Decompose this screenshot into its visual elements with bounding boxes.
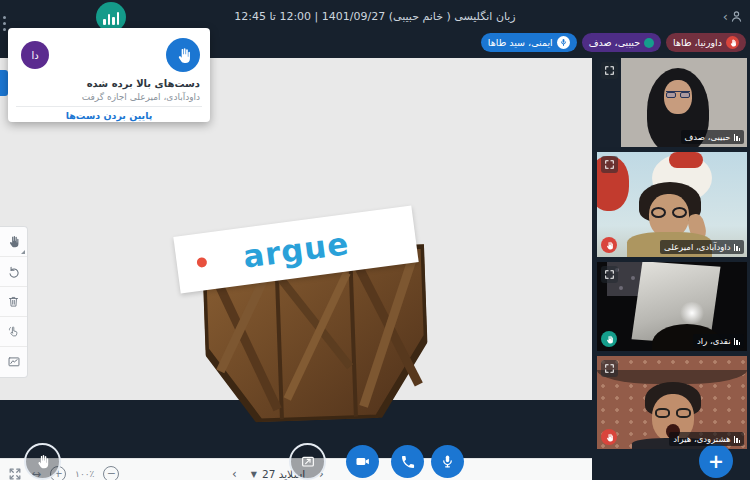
raised-hand-icon <box>726 36 739 49</box>
zoom-level: ۱۰۰٪ <box>75 469 94 479</box>
person-icon <box>729 9 744 24</box>
phone-icon <box>400 454 416 470</box>
camera-button[interactable] <box>346 445 379 478</box>
add-button[interactable]: + <box>699 444 733 478</box>
connection-signal-icon <box>734 338 741 345</box>
chip-label: ایمنی، سید طاها <box>488 37 553 48</box>
microphone-icon <box>557 36 570 49</box>
zoom-out-button[interactable]: − <box>103 466 119 480</box>
raised-hand-icon <box>166 38 200 72</box>
chart-annotation-tool[interactable] <box>0 347 27 377</box>
fullscreen-icon[interactable] <box>8 467 22 480</box>
raised-hand-badge-icon <box>601 429 617 445</box>
expand-icon[interactable] <box>601 156 618 173</box>
participant-name-tag: حبیبی، صدف <box>681 130 744 144</box>
participants-toggle-button[interactable]: ‹ <box>723 9 744 24</box>
chevron-down-icon: ▼ <box>251 470 257 479</box>
chip-label: حبیبی، صدف <box>589 37 640 48</box>
raise-hand-button[interactable] <box>24 443 61 480</box>
connection-signal-icon <box>734 134 741 141</box>
undo-tool[interactable] <box>0 257 27 287</box>
meeting-title: زبان انگلیسی ( خانم حبیبی) 1401/09/27 | … <box>0 10 750 23</box>
tool-flyout-indicator <box>21 250 25 254</box>
participant-name-tag: نقدی، راد <box>693 334 744 348</box>
chevron-left-icon: ‹ <box>723 10 728 23</box>
presence-dot-icon <box>644 38 654 48</box>
raised-hands-notification: دا دست‌های بالا برده شده داودآبادی، امیر… <box>8 28 210 122</box>
chip-label: داورنیا، طاها <box>673 37 722 48</box>
pan-hand-tool[interactable] <box>0 227 27 257</box>
divider <box>16 106 202 107</box>
pointer-tool[interactable] <box>0 317 27 347</box>
panel-handle[interactable] <box>0 70 8 96</box>
video-tile-teacher[interactable]: حبیبی، صدف <box>597 58 747 147</box>
hand-icon <box>35 454 50 469</box>
notification-title: دست‌های بالا برده شده <box>18 78 200 89</box>
avatar: دا <box>21 41 49 69</box>
participant-name-tag: هشترودی، هیراد <box>669 432 744 446</box>
red-dot-marker <box>196 256 207 267</box>
virtual-classroom-app: زبان انگلیسی ( خانم حبیبی) 1401/09/27 | … <box>0 0 750 480</box>
notification-message: داودآبادی، امیرعلی اجازه گرفت <box>18 92 200 102</box>
video-tile-student-3[interactable]: هشترودی، هیراد <box>597 356 747 449</box>
status-chip-speaking[interactable]: ایمنی، سید طاها <box>481 33 577 52</box>
microphone-button[interactable] <box>431 445 464 478</box>
status-chip-row: داورنیا، طاها حبیبی، صدف ایمنی، سید طاها <box>481 33 746 52</box>
previous-slide-button[interactable]: ‹ <box>228 467 241 480</box>
phone-button[interactable] <box>391 445 424 478</box>
flashcard-word: argue <box>241 225 351 275</box>
participant-name-tag: داودآبادی، امیرعلی <box>660 240 744 254</box>
camera-icon <box>354 453 371 470</box>
expand-icon[interactable] <box>601 360 618 377</box>
video-tile-student-2[interactable]: نقدی، راد <box>597 262 747 351</box>
screen-share-button[interactable] <box>289 443 326 480</box>
expand-icon[interactable] <box>601 62 618 79</box>
raised-hand-badge-icon <box>601 237 617 253</box>
status-chip-presenter[interactable]: حبیبی، صدف <box>582 33 661 52</box>
drawing-toolbar <box>0 226 28 378</box>
lower-hands-link[interactable]: پایین بردن دست‌ها <box>8 110 210 121</box>
connection-signal-icon <box>734 244 741 251</box>
connection-signal-icon <box>734 436 741 443</box>
expand-icon[interactable] <box>601 266 618 283</box>
microphone-icon <box>440 454 455 469</box>
screen-share-icon <box>300 454 316 470</box>
delete-tool[interactable] <box>0 287 27 317</box>
status-hand-badge-icon <box>601 331 617 347</box>
video-tile-student-1[interactable]: داودآبادی، امیرعلی <box>597 152 747 257</box>
status-chip-raised-hand-1[interactable]: داورنیا، طاها <box>666 33 746 52</box>
